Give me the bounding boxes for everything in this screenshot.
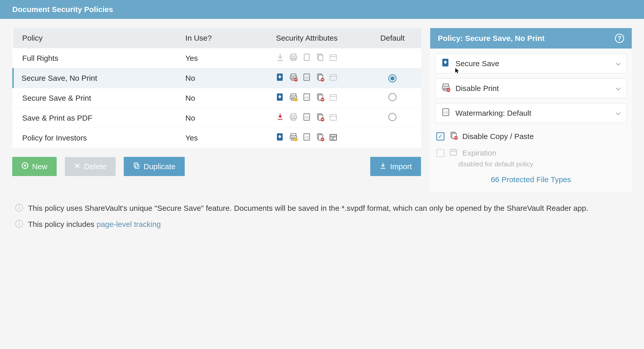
new-button-label: New bbox=[32, 162, 47, 171]
policy-name-cell: Full Rights bbox=[13, 48, 176, 68]
detail-title: Policy: Secure Save, No Print bbox=[438, 34, 545, 43]
button-row: New Delete Duplicate Import bbox=[12, 157, 421, 176]
copy-disabled-icon bbox=[316, 113, 324, 123]
info-line-1: i This policy uses ShareVault's unique "… bbox=[15, 202, 629, 214]
copy-disabled-icon bbox=[316, 73, 324, 83]
default-cell[interactable] bbox=[364, 68, 421, 88]
copy-disabled-icon bbox=[316, 93, 324, 103]
svg-rect-58 bbox=[321, 139, 324, 140]
cursor-pointer-icon bbox=[455, 68, 461, 73]
watermark-icon: AB bbox=[302, 113, 311, 123]
info-icon: i bbox=[15, 204, 23, 212]
svg-rect-34 bbox=[330, 95, 337, 100]
inuse-cell: No bbox=[176, 88, 250, 108]
svg-text:AB: AB bbox=[443, 110, 448, 114]
watermark-setting[interactable]: AB Watermarking: Default bbox=[435, 103, 627, 123]
secure-save-icon bbox=[276, 133, 284, 143]
default-cell[interactable] bbox=[364, 48, 421, 68]
radio-unselected-icon[interactable] bbox=[388, 93, 397, 101]
watermark-icon: AB bbox=[302, 93, 311, 103]
svg-rect-3 bbox=[304, 54, 309, 61]
svg-text:!: ! bbox=[296, 138, 296, 141]
table-row[interactable]: Policy for InvestorsYes!AB bbox=[13, 128, 421, 148]
col-header-policy: Policy bbox=[13, 28, 176, 48]
delete-button-label: Delete bbox=[84, 162, 106, 171]
default-cell[interactable] bbox=[364, 88, 421, 108]
security-attr-cell: AB bbox=[250, 108, 364, 128]
delete-button[interactable]: Delete bbox=[65, 157, 116, 176]
security-attr-cell: !AB bbox=[250, 88, 364, 108]
chevron-down-icon bbox=[616, 109, 621, 118]
svg-rect-5 bbox=[319, 55, 323, 61]
duplicate-button[interactable]: Duplicate bbox=[124, 157, 185, 176]
plus-icon bbox=[21, 162, 29, 171]
table-row[interactable]: Save & Print as PDFNoAB bbox=[13, 108, 421, 128]
policy-name-cell: Save & Print as PDF bbox=[13, 108, 176, 128]
secure-save-icon bbox=[276, 93, 284, 103]
svg-rect-44 bbox=[321, 119, 324, 120]
checkbox-unchecked-icon bbox=[436, 149, 444, 157]
copy-gray-icon bbox=[316, 53, 324, 63]
calendar-gray-icon bbox=[329, 53, 338, 63]
inuse-cell: Yes bbox=[176, 48, 250, 68]
svg-rect-33 bbox=[321, 99, 324, 100]
print-warn-icon: ! bbox=[289, 133, 298, 143]
disable-print-label: Disable Print bbox=[455, 84, 499, 93]
calendar-active-icon bbox=[329, 133, 338, 143]
security-attr-cell: !AB bbox=[250, 128, 364, 148]
calendar-gray-icon bbox=[329, 93, 338, 103]
protected-file-types-link[interactable]: 66 Protected File Types bbox=[435, 168, 627, 187]
disable-copy-paste-row[interactable]: ✓ Disable Copy / Paste bbox=[435, 128, 627, 145]
info-area: i This policy uses ShareVault's unique "… bbox=[0, 199, 644, 245]
svg-text:AB: AB bbox=[305, 96, 309, 99]
radio-selected-icon[interactable] bbox=[388, 74, 397, 83]
col-header-inuse: In Use? bbox=[176, 28, 250, 48]
copy-disabled-icon bbox=[316, 133, 324, 143]
import-button-label: Import bbox=[390, 162, 412, 171]
pdf-down-icon bbox=[276, 113, 284, 123]
calendar-gray-icon bbox=[449, 148, 458, 158]
inuse-cell: No bbox=[176, 108, 250, 128]
download-gray-icon bbox=[276, 53, 284, 63]
chevron-down-icon bbox=[616, 84, 621, 93]
import-icon bbox=[379, 162, 387, 171]
print-disabled-icon bbox=[441, 83, 450, 94]
print-gray-icon bbox=[289, 53, 298, 63]
policy-detail-col: Policy: Secure Save, No Print ? Secure S… bbox=[430, 28, 632, 192]
svg-rect-69 bbox=[134, 163, 138, 167]
policy-name-cell: Secure Save & Print bbox=[13, 88, 176, 108]
svg-rect-75 bbox=[447, 90, 450, 90]
radio-unselected-icon[interactable] bbox=[388, 113, 397, 121]
secure-save-icon bbox=[276, 73, 284, 83]
table-row[interactable]: Secure Save & PrintNo!AB bbox=[13, 88, 421, 108]
copy-disabled-icon bbox=[449, 131, 458, 142]
print-disabled-icon bbox=[289, 73, 298, 83]
col-header-default: Default bbox=[364, 28, 421, 48]
help-icon[interactable]: ? bbox=[615, 34, 624, 43]
disable-copy-paste-label: Disable Copy / Paste bbox=[462, 132, 534, 141]
default-cell[interactable] bbox=[364, 108, 421, 128]
policy-name-cell: Secure Save, No Print bbox=[13, 68, 176, 88]
policy-table: Policy In Use? Security Attributes Defau… bbox=[12, 28, 421, 148]
table-row[interactable]: Full RightsYes bbox=[13, 48, 421, 68]
info-text-2: This policy includes page-level tracking bbox=[28, 218, 161, 230]
info-line-2: i This policy includes page-level tracki… bbox=[15, 218, 629, 230]
detail-panel: Secure Save Disable Print AB Watermarkin… bbox=[430, 49, 632, 192]
duplicate-icon bbox=[133, 162, 140, 171]
watermark-label: Watermarking: Default bbox=[455, 109, 531, 118]
svg-rect-1 bbox=[290, 56, 297, 59]
default-cell[interactable] bbox=[364, 128, 421, 148]
page-level-tracking-link[interactable]: page-level tracking bbox=[96, 220, 161, 228]
info-icon: i bbox=[15, 220, 23, 228]
import-button[interactable]: Import bbox=[370, 157, 421, 176]
expiration-note: disabled for default policy bbox=[458, 160, 627, 168]
page-title: Document Security Policies bbox=[12, 5, 113, 14]
table-row[interactable]: Secure Save, No PrintNoAB bbox=[13, 68, 421, 88]
inuse-cell: No bbox=[176, 68, 250, 88]
secure-save-setting[interactable]: Secure Save bbox=[435, 54, 627, 73]
new-button[interactable]: New bbox=[12, 157, 57, 176]
disable-print-setting[interactable]: Disable Print bbox=[435, 78, 627, 98]
checkbox-checked-icon[interactable]: ✓ bbox=[436, 132, 444, 141]
page-root: Document Security Policies Policy In Use… bbox=[0, 0, 644, 349]
info-text-1: This policy uses ShareVault's unique "Se… bbox=[28, 202, 588, 214]
